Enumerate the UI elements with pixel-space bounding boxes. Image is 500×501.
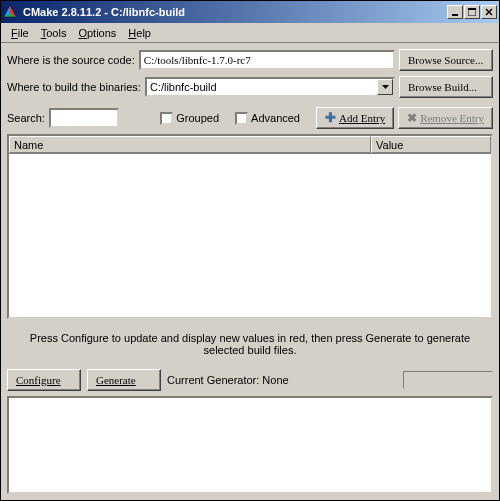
hint-text: Press Configure to update and display ne… [7, 324, 493, 364]
titlebar[interactable]: CMake 2.8.11.2 - C:/libnfc-build [1, 1, 499, 23]
configure-button[interactable]: Configure [7, 369, 81, 391]
menu-file[interactable]: File [5, 25, 35, 41]
browse-build-button[interactable]: Browse Build... [399, 76, 493, 98]
window-title: CMake 2.8.11.2 - C:/libnfc-build [23, 6, 447, 18]
source-label: Where is the source code: [7, 54, 135, 66]
grouped-checkbox[interactable] [160, 112, 173, 125]
generate-button[interactable]: Generate [87, 369, 161, 391]
browse-source-button[interactable]: Browse Source... [399, 49, 493, 71]
grouped-label: Grouped [176, 112, 219, 124]
content-area: Where is the source code: Browse Source.… [1, 43, 499, 500]
svg-marker-8 [382, 85, 389, 89]
advanced-label: Advanced [251, 112, 300, 124]
column-value[interactable]: Value [371, 136, 491, 153]
current-generator-label: Current Generator: None [167, 374, 289, 386]
remove-entry-button[interactable]: ✖ Remove Entry [398, 107, 493, 129]
window-controls [447, 5, 497, 19]
advanced-checkbox[interactable] [235, 112, 248, 125]
menubar: File Tools Options Help [1, 23, 499, 43]
grouped-checkbox-group[interactable]: Grouped [160, 112, 219, 125]
build-label: Where to build the binaries: [7, 81, 141, 93]
search-input[interactable] [49, 108, 119, 128]
build-path-combo[interactable]: C:/libnfc-build [145, 77, 395, 97]
close-button[interactable] [481, 5, 497, 19]
menu-options[interactable]: Options [72, 25, 122, 41]
cmake-icon [3, 4, 19, 20]
source-path-input[interactable] [139, 50, 395, 70]
plus-icon: ✚ [325, 110, 336, 126]
add-entry-button[interactable]: ✚ Add Entry [316, 107, 394, 129]
advanced-checkbox-group[interactable]: Advanced [235, 112, 300, 125]
build-path-value: C:/libnfc-build [150, 81, 217, 93]
progress-bar [403, 371, 493, 389]
svg-rect-5 [468, 8, 476, 10]
table-header: Name Value [9, 136, 491, 154]
cache-table[interactable]: Name Value [7, 134, 493, 319]
x-icon: ✖ [407, 111, 417, 126]
minimize-button[interactable] [447, 5, 463, 19]
menu-tools[interactable]: Tools [35, 25, 73, 41]
output-area[interactable] [7, 396, 493, 494]
chevron-down-icon[interactable] [377, 79, 393, 95]
cmake-window: CMake 2.8.11.2 - C:/libnfc-build File To… [0, 0, 500, 501]
maximize-button[interactable] [464, 5, 480, 19]
menu-help[interactable]: Help [122, 25, 157, 41]
search-label: Search: [7, 112, 45, 124]
svg-rect-3 [452, 14, 458, 16]
column-name[interactable]: Name [9, 136, 371, 153]
